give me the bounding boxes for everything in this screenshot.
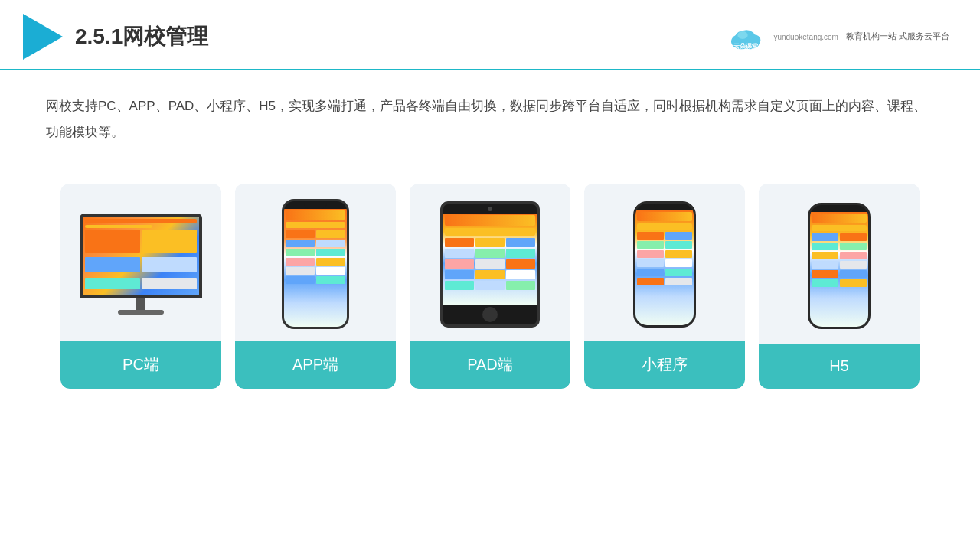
- brand-logo: 云朵课堂: [727, 24, 766, 51]
- miniapp-image-area: [584, 184, 745, 341]
- miniapp-phone-icon: [633, 201, 696, 328]
- pc-label: PC端: [60, 341, 221, 389]
- pc-monitor-icon: [80, 214, 202, 315]
- pad-label: PAD端: [410, 341, 570, 389]
- pc-image-area: [60, 184, 221, 341]
- pad-card: PAD端: [410, 184, 570, 389]
- brand-text-block: yunduoketang.com: [773, 33, 838, 41]
- app-phone-icon: [282, 199, 349, 329]
- page-title: 2.5.1网校管理: [75, 22, 208, 51]
- app-image-area: [235, 184, 396, 341]
- miniapp-card: 小程序: [584, 184, 745, 389]
- brand-url: yunduoketang.com: [773, 33, 838, 41]
- pad-tablet-icon: [440, 201, 540, 328]
- app-card: APP端: [235, 184, 396, 389]
- cloud-icon: 云朵课堂: [727, 24, 766, 51]
- cards-container: PC端: [0, 168, 980, 404]
- svg-text:云朵课堂: 云朵课堂: [734, 42, 760, 49]
- app-label: APP端: [235, 341, 396, 389]
- miniapp-label: 小程序: [584, 341, 745, 389]
- header-right: 云朵课堂 yunduoketang.com 教育机构一站 式服务云平台: [727, 24, 949, 51]
- brand-slogan: 教育机构一站 式服务云平台: [846, 31, 949, 42]
- pad-image-area: [410, 184, 570, 341]
- svg-point-5: [738, 31, 748, 39]
- h5-phone-icon: [808, 203, 871, 329]
- pc-card: PC端: [60, 184, 221, 389]
- h5-image-area: [759, 184, 920, 344]
- h5-label: H5: [759, 344, 920, 389]
- logo-triangle-icon: [23, 14, 63, 60]
- description-text: 网校支持PC、APP、PAD、小程序、H5，实现多端打通，产品各终端自由切换，数…: [0, 70, 980, 161]
- header-left: 2.5.1网校管理: [23, 14, 208, 60]
- header: 2.5.1网校管理 云朵课堂 yunduoketang.com 教育机构一站 式…: [0, 0, 980, 70]
- h5-card: H5: [759, 184, 920, 389]
